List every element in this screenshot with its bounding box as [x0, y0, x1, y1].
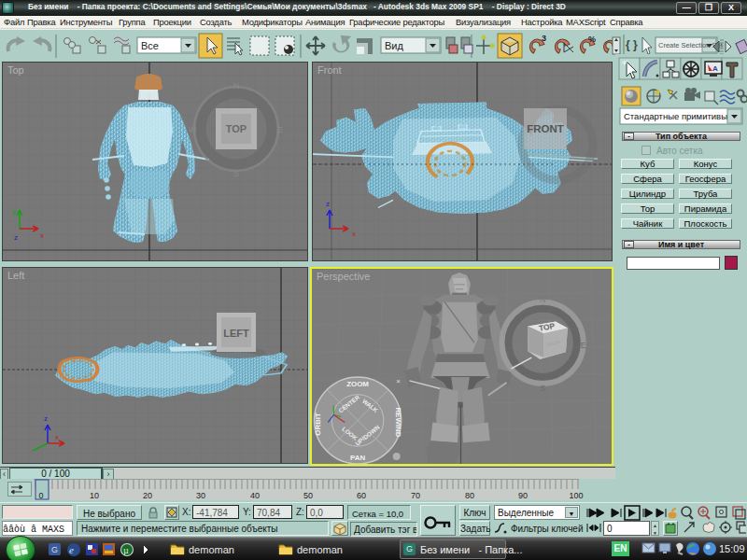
- svg-text:30: 30: [196, 491, 205, 500]
- svg-text:90: 90: [518, 491, 528, 500]
- svg-text:0: 0: [38, 491, 43, 500]
- svg-text:10: 10: [90, 491, 99, 500]
- svg-text:ORBIT: ORBIT: [314, 413, 322, 436]
- svg-text:x: x: [40, 231, 44, 240]
- svg-text:z: z: [326, 200, 330, 208]
- svg-text:A: A: [712, 64, 718, 73]
- svg-text:e: e: [69, 544, 74, 555]
- svg-text:Вид: Вид: [385, 40, 403, 51]
- svg-text:40: 40: [250, 491, 260, 500]
- svg-text:REWIND: REWIND: [394, 407, 402, 437]
- svg-text:20: 20: [143, 491, 152, 500]
- svg-text:{ }: { }: [626, 38, 638, 51]
- svg-text:TOP: TOP: [226, 123, 247, 134]
- svg-text:FRONT: FRONT: [527, 123, 564, 134]
- svg-text:60: 60: [357, 491, 366, 500]
- svg-text:µ: µ: [123, 545, 129, 555]
- svg-text:z: z: [14, 233, 18, 242]
- svg-text:N: N: [233, 81, 240, 91]
- svg-text:S: S: [233, 169, 239, 178]
- svg-text:E: E: [581, 341, 586, 350]
- svg-text:z: z: [44, 414, 48, 423]
- svg-text:S: S: [540, 384, 545, 393]
- svg-text:3: 3: [542, 34, 546, 43]
- svg-text:G: G: [51, 545, 58, 554]
- svg-text:%: %: [588, 35, 596, 44]
- svg-text:x: x: [55, 433, 59, 441]
- svg-text:ZOOM: ZOOM: [346, 380, 369, 388]
- svg-text:50: 50: [303, 491, 313, 500]
- svg-text:70: 70: [411, 491, 420, 500]
- svg-text:Все: Все: [141, 40, 159, 51]
- svg-text:W: W: [189, 125, 197, 134]
- svg-text:×: ×: [396, 377, 401, 385]
- svg-text:Create Selection Set: Create Selection Set: [658, 41, 724, 49]
- svg-text:E: E: [277, 125, 283, 134]
- svg-text:80: 80: [465, 491, 474, 500]
- svg-text:y: y: [12, 207, 16, 216]
- svg-text:LEFT: LEFT: [223, 328, 249, 339]
- svg-text:x: x: [352, 230, 356, 238]
- svg-text:Стандартные примитивы: Стандартные примитивы: [624, 111, 727, 121]
- svg-text:PAN: PAN: [350, 454, 365, 462]
- svg-text:N: N: [540, 295, 545, 304]
- svg-text:100: 100: [569, 491, 583, 500]
